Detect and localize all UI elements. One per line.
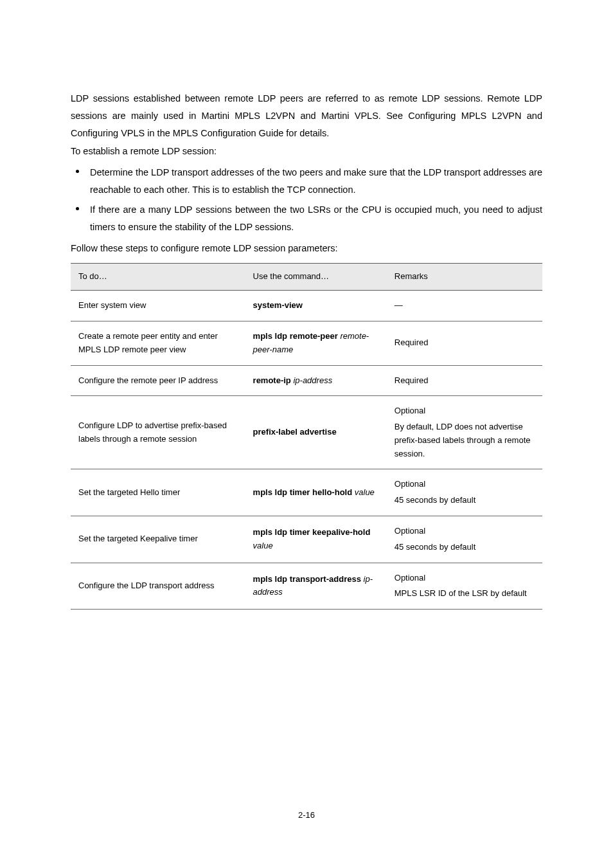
table-row: Set the targeted Keepalive timermpls ldp… <box>71 516 542 563</box>
cell-command: remote-ip ip-address <box>245 365 387 396</box>
table-row: Configure the LDP transport addressmpls … <box>71 563 542 610</box>
cell-todo: Set the targeted Keepalive timer <box>71 516 245 563</box>
config-table: To do… Use the command… Remarks Enter sy… <box>71 263 542 610</box>
bullet-text: Determine the LDP transport addresses of… <box>90 167 542 195</box>
cell-todo: Set the targeted Hello timer <box>71 469 245 516</box>
bullet-dot-icon <box>76 207 79 210</box>
cell-todo: Configure LDP to advertise prefix-based … <box>71 396 245 469</box>
cell-command: mpls ldp transport-address ip-address <box>245 563 387 610</box>
cell-remarks: OptionalMPLS LSR ID of the LSR by defaul… <box>387 563 542 610</box>
cell-command: mpls ldp timer hello-hold value <box>245 469 387 516</box>
link-guide: MPLS Configuration Guide <box>173 128 284 138</box>
cell-remarks: Required <box>387 365 542 396</box>
table-header-remarks: Remarks <box>387 264 542 291</box>
cell-command: prefix-label advertise <box>245 396 387 469</box>
table-row: Enter system viewsystem-view— <box>71 291 542 321</box>
intro-text-3: in the <box>145 128 173 138</box>
cell-remarks: — <box>387 291 542 321</box>
intro-text-2: and <box>521 111 542 121</box>
follow-text: Follow these steps to configure remote L… <box>71 240 542 257</box>
link-mpls-l2vpn: Configuring MPLS L2VPN <box>408 111 521 121</box>
table-row: Set the targeted Hello timermpls ldp tim… <box>71 469 542 516</box>
cell-command: mpls ldp remote-peer remote-peer-name <box>245 321 387 365</box>
table-header-row: To do… Use the command… Remarks <box>71 264 542 291</box>
bullet-text: If there are a many LDP sessions between… <box>90 204 542 232</box>
table-header-command: Use the command… <box>245 264 387 291</box>
link-vpls: Configuring VPLS <box>71 128 145 138</box>
table-body: Enter system viewsystem-view—Create a re… <box>71 291 542 610</box>
intro-paragraph-1: LDP sessions established between remote … <box>71 90 542 141</box>
cell-remarks: OptionalBy default, LDP does not adverti… <box>387 396 542 469</box>
cell-todo: Create a remote peer entity and enter MP… <box>71 321 245 365</box>
cell-remarks: Required <box>387 321 542 365</box>
cell-remarks: Optional45 seconds by default <box>387 516 542 563</box>
cell-todo: Configure the LDP transport address <box>71 563 245 610</box>
intro-text-4: for details. <box>283 128 329 138</box>
cell-command: mpls ldp timer keepalive-hold value <box>245 516 387 563</box>
cell-command: system-view <box>245 291 387 321</box>
table-row: Configure the remote peer IP addressremo… <box>71 365 542 396</box>
cell-todo: Enter system view <box>71 291 245 321</box>
lead-in-text: To establish a remote LDP session: <box>71 143 542 160</box>
page-number: 2-16 <box>0 808 613 823</box>
cell-todo: Configure the remote peer IP address <box>71 365 245 396</box>
bullet-item: If there are a many LDP sessions between… <box>90 201 542 236</box>
bullet-dot-icon <box>76 170 79 173</box>
table-header-todo: To do… <box>71 264 245 291</box>
bullet-list: Determine the LDP transport addresses of… <box>71 164 542 235</box>
table-row: Create a remote peer entity and enter MP… <box>71 321 542 365</box>
bullet-item: Determine the LDP transport addresses of… <box>90 164 542 199</box>
cell-remarks: Optional45 seconds by default <box>387 469 542 516</box>
table-row: Configure LDP to advertise prefix-based … <box>71 396 542 469</box>
